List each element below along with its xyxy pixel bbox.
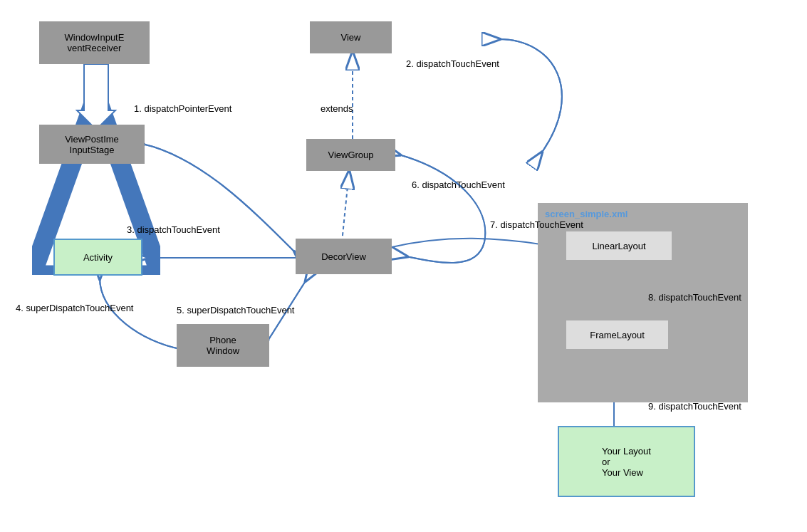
label-extends: extends [321,103,353,114]
node-view-label: View [341,32,361,43]
label-4: 4. superDispatchTouchEvent [16,303,133,313]
node-view-group: ViewGroup [306,139,395,171]
node-your-layout-label: Your Layout or Your View [602,446,651,478]
node-view-post-ime-label: ViewPostIme InputStage [65,134,119,155]
label-8: 8. dispatchTouchEvent [648,292,741,303]
node-activity-label: Activity [83,252,113,263]
node-view-post-ime: ViewPostIme InputStage [39,125,145,164]
label-5: 5. superDispatchTouchEvent [177,305,294,315]
node-window-input: WindowInputE ventReceiver [39,21,150,64]
node-decor-view: DecorView [296,239,392,274]
label-7: 7. dispatchTouchEvent [490,219,583,230]
svg-line-15 [342,172,349,242]
node-phone-window: Phone Window [177,324,269,367]
label-3: 3. dispatchTouchEvent [127,224,220,235]
node-view: View [310,21,392,53]
screen-xml-label: screen_simple.xml [545,209,628,219]
label-9: 9. dispatchTouchEvent [648,401,741,412]
node-view-group-label: ViewGroup [328,150,373,160]
node-linear-layout-label: LinearLayout [592,241,645,251]
node-window-input-label: WindowInputE ventReceiver [65,32,125,53]
node-phone-window-label: Phone Window [207,335,239,356]
label-2: 2. dispatchTouchEvent [406,58,499,69]
node-linear-layout: LinearLayout [566,231,672,260]
node-activity: Activity [53,239,142,276]
label-1: 1. dispatchPointerEvent [134,103,231,114]
node-frame-layout: FrameLayout [566,320,668,349]
node-frame-layout-label: FrameLayout [590,330,645,340]
svg-marker-9 [77,64,115,130]
node-your-layout: Your Layout or Your View [558,426,695,497]
screen-xml-container: screen_simple.xml LinearLayout FrameLayo… [538,203,748,402]
label-6: 6. dispatchTouchEvent [412,179,505,190]
diagram-container: WindowInputE ventReceiver ViewPostIme In… [0,0,807,532]
node-decor-view-label: DecorView [321,251,366,262]
